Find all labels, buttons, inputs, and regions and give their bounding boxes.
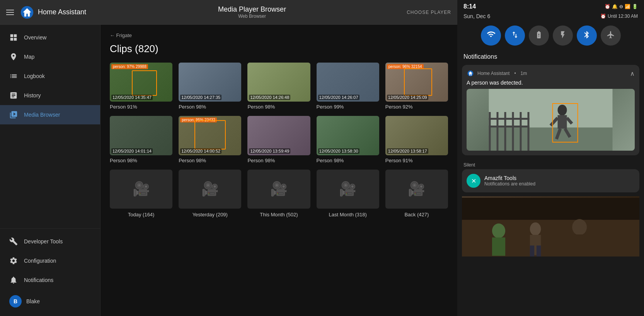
sidebar-nav: Overview Map Logbook [0, 25, 100, 228]
clip-label-8: Person 98% [247, 158, 310, 163]
ha-notification-card[interactable]: Home Assistant • 1m ∧ A person was detec… [462, 65, 639, 155]
silent-label: Silent [462, 159, 639, 169]
camera-icon: 🎥 [408, 181, 425, 197]
status-icons: ⏰ 🔔 ⊖ 📶 🔋 [605, 4, 638, 9]
clip-timestamp-6: 12/05/2020 14:01:14 [111, 148, 153, 154]
sidebar-item-configuration[interactable]: Configuration [0, 251, 100, 270]
svg-rect-22 [492, 238, 505, 256]
battery-saver-icon [535, 31, 543, 41]
camera-icon: 🎥 [201, 181, 219, 197]
qs-data-button[interactable] [505, 25, 525, 46]
amazfit-title: Amazfit Tools [484, 175, 635, 181]
sidebar-logbook-label: Logbook [24, 73, 45, 79]
notifications-header: Notifications [462, 50, 639, 65]
clip-item-6[interactable]: 12/05/2020 14:01:14 Person 98% [110, 116, 172, 163]
clip-item-10[interactable]: 12/05/2020 13:58:17 Person 91% [385, 116, 448, 163]
sidebar-developer-tools-label: Developer Tools [24, 238, 63, 245]
android-until: ⏰ Until 12:30 AM [600, 14, 638, 19]
sidebar-map-label: Map [24, 54, 34, 60]
clip-thumb-10: 12/05/2020 13:58:17 [385, 116, 448, 155]
clips-grid-row1: person: 97% 29988 12/05/2020 14:35:47 Pe… [110, 63, 448, 110]
notif-expand-button[interactable]: ∧ [630, 70, 635, 77]
amazfit-notification-card[interactable]: ✕ Amazfit Tools Notifications are enable… [462, 169, 639, 192]
folder-label-back: Back (427) [385, 212, 448, 217]
ha-notif-icon [467, 70, 474, 77]
amazfit-texts: Amazfit Tools Notifications are enabled [484, 175, 635, 187]
sidebar-item-media-browser[interactable]: Media Browser [0, 105, 100, 124]
folder-item-last-month[interactable]: 🎥 Last Month (318) [317, 170, 379, 217]
choose-player-button[interactable]: CHOOSE PLAYER [407, 10, 451, 15]
logbook-icon [9, 72, 18, 80]
sidebar-item-map[interactable]: Map [0, 47, 100, 66]
clip-label-3: Person 98% [247, 104, 310, 110]
qs-airplane-button[interactable] [601, 25, 621, 46]
android-quick-settings [457, 22, 644, 50]
clip-item-1[interactable]: person: 97% 29988 12/05/2020 14:35:47 Pe… [110, 63, 172, 110]
clip-item-4[interactable]: 12/05/2020 14:26:07 Person 99% [317, 63, 379, 110]
clip-item-3[interactable]: 12/05/2020 14:26:48 Person 98% [247, 63, 310, 110]
clip-timestamp-1: 12/05/2020 14:35:47 [111, 95, 153, 100]
sidebar-user[interactable]: B Blake [0, 290, 100, 313]
svg-point-27 [572, 219, 587, 235]
airplane-icon [607, 31, 615, 41]
svg-rect-10 [489, 118, 530, 120]
notif-card-header: Home Assistant • 1m ∧ [467, 70, 635, 77]
detection-badge-1: person: 97% 29988 [111, 64, 148, 69]
map-icon [9, 53, 18, 61]
clip-timestamp-8: 12/05/2020 13:59:49 [249, 148, 290, 154]
wifi-icon [487, 30, 495, 41]
folder-grid: 🎥 Today (164) 🎥 Yesterday (209) 🎥 This M… [110, 170, 448, 217]
hamburger-menu-button[interactable] [6, 10, 14, 15]
sidebar-item-overview[interactable]: Overview [0, 28, 100, 47]
camera-icon: 🎥 [270, 181, 288, 197]
sidebar-bottom: Developer Tools Configuration Notificati… [0, 228, 100, 316]
svg-rect-13 [558, 115, 567, 129]
clip-thumb-2: 12/05/2020 14:27:35 [179, 63, 241, 102]
svg-rect-25 [530, 246, 534, 257]
sidebar-overview-label: Overview [24, 34, 46, 41]
folder-item-today[interactable]: 🎥 Today (164) [110, 170, 172, 217]
sidebar-item-history[interactable]: History [0, 86, 100, 105]
clip-item-2[interactable]: 12/05/2020 14:27:35 Person 98% [179, 63, 241, 110]
svg-rect-2 [489, 89, 613, 127]
signal-icon: 📶 [625, 4, 630, 9]
ha-logo-area: Home Assistant [20, 5, 97, 19]
folder-item-this-month[interactable]: 🎥 This Month (502) [247, 170, 310, 217]
svg-point-12 [558, 105, 567, 116]
clip-label-7: Person 98% [179, 158, 241, 163]
sidebar-item-logbook[interactable]: Logbook [0, 66, 100, 86]
ha-logo-icon [20, 5, 34, 19]
qs-battery-saver-button[interactable] [529, 25, 549, 46]
notif-app-info: Home Assistant • 1m [467, 70, 527, 77]
qs-flashlight-button[interactable] [553, 25, 573, 46]
folder-item-yesterday[interactable]: 🎥 Yesterday (209) [179, 170, 241, 217]
ha-center-sub-title: Web Browser [97, 14, 407, 19]
sidebar-item-notifications[interactable]: Notifications [0, 270, 100, 290]
clip-timestamp-5: 12/05/2020 14:25:09 [387, 95, 428, 100]
clip-item-9[interactable]: 12/05/2020 13:58:30 Person 98% [317, 116, 379, 163]
folder-item-back[interactable]: 🎥 Back (427) [385, 170, 448, 217]
qs-wifi-button[interactable] [481, 25, 501, 46]
clip-label-1: Person 91% [110, 104, 172, 110]
wrench-icon [9, 237, 18, 246]
clip-item-5[interactable]: person: 96% 32154 12/05/2020 14:25:09 Pe… [385, 63, 448, 110]
sidebar-item-developer-tools[interactable]: Developer Tools [0, 232, 100, 251]
clip-thumb-9: 12/05/2020 13:58:30 [317, 116, 379, 155]
qs-bluetooth-button[interactable] [577, 25, 597, 46]
ha-sidebar: Overview Map Logbook [0, 25, 101, 316]
clip-timestamp-3: 12/05/2020 14:26:48 [249, 95, 290, 100]
gear-icon [9, 257, 18, 265]
clip-item-7[interactable]: person: 95% 23432 12/05/2020 14:00:52 Pe… [179, 116, 241, 163]
ha-notif-app-name: Home Assistant [477, 71, 509, 76]
android-status-bar: 8:14 ⏰ 🔔 ⊖ 📶 🔋 [457, 0, 644, 12]
folder-label-yesterday: Yesterday (209) [179, 212, 241, 217]
ha-center-main-title: Media Player Browser [97, 5, 407, 14]
clip-item-8[interactable]: 12/05/2020 13:59:49 Person 98% [247, 116, 310, 163]
breadcrumb[interactable]: ← Frigate [110, 32, 448, 38]
clip-label-4: Person 99% [317, 104, 379, 110]
clip-timestamp-10: 12/05/2020 13:58:17 [387, 148, 428, 154]
clip-thumb-7: person: 95% 23432 12/05/2020 14:00:52 [179, 116, 241, 155]
data-transfer-icon [511, 31, 519, 41]
clip-thumb-6: 12/05/2020 14:01:14 [110, 116, 172, 155]
android-date-row: Sun, Dec 6 ⏰ Until 12:30 AM [457, 12, 644, 22]
